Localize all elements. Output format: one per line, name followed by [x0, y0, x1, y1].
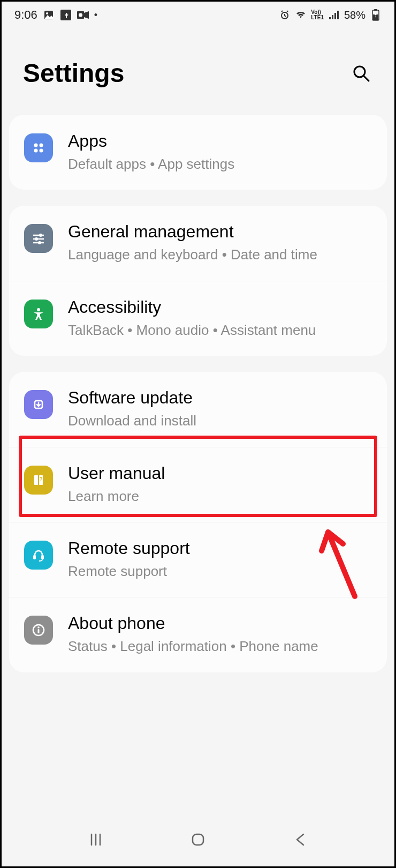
settings-item-general-management[interactable]: General management Language and keyboard…: [9, 206, 387, 281]
back-button[interactable]: [284, 829, 316, 850]
svg-point-4: [79, 13, 82, 17]
svg-rect-9: [337, 11, 339, 19]
svg-point-1: [46, 12, 48, 14]
home-button[interactable]: [182, 829, 214, 850]
settings-content: Apps Default apps • App settings General…: [2, 115, 394, 816]
svg-point-24: [38, 241, 41, 244]
wifi-icon: [295, 9, 307, 21]
item-subtitle: TalkBack • Mono audio • Assistant menu: [68, 320, 372, 340]
settings-section: Apps Default apps • App settings: [9, 115, 387, 190]
svg-rect-30: [33, 555, 36, 559]
svg-text:?: ?: [39, 476, 42, 482]
item-subtitle: Learn more: [68, 487, 372, 506]
battery-icon: [370, 9, 382, 21]
svg-rect-11: [374, 9, 377, 11]
settings-item-remote-support[interactable]: Remote support Remote support: [9, 522, 387, 597]
settings-section: Software update Download and install ? U…: [9, 372, 387, 672]
search-icon: [352, 64, 371, 83]
alarm-icon: [279, 9, 291, 21]
item-title: Remote support: [68, 538, 372, 558]
item-title: About phone: [68, 613, 372, 633]
signal-icon: [328, 9, 340, 21]
item-title: Apps: [68, 131, 372, 151]
download-icon: [24, 390, 53, 419]
svg-rect-8: [334, 13, 336, 19]
settings-item-about-phone[interactable]: About phone Status • Legal information •…: [9, 597, 387, 672]
status-time: 9:06: [14, 8, 37, 22]
sliders-icon: [24, 224, 53, 253]
svg-point-20: [39, 234, 42, 237]
settings-section: General management Language and keyboard…: [9, 206, 387, 356]
book-icon: ?: [24, 466, 53, 495]
item-title: Accessibility: [68, 297, 372, 317]
item-subtitle: Language and keyboard • Date and time: [68, 245, 372, 264]
facebook-icon: [60, 9, 72, 21]
settings-item-accessibility[interactable]: Accessibility TalkBack • Mono audio • As…: [9, 281, 387, 356]
svg-point-18: [40, 149, 43, 153]
svg-rect-34: [38, 629, 40, 633]
item-title: General management: [68, 222, 372, 242]
item-title: Software update: [68, 388, 372, 408]
svg-point-22: [35, 237, 38, 241]
item-title: User manual: [68, 463, 372, 483]
battery-percent: 58%: [344, 9, 365, 21]
headset-icon: [24, 541, 53, 570]
recents-button[interactable]: [80, 829, 112, 850]
page-title: Settings: [23, 58, 124, 88]
svg-point-33: [37, 627, 40, 629]
navigation-bar: [2, 816, 394, 866]
svg-rect-38: [193, 834, 203, 845]
apps-icon: [24, 133, 53, 162]
back-icon: [292, 831, 309, 848]
svg-rect-31: [41, 555, 44, 559]
status-bar: 9:06 • Vo))LTE1 58%: [2, 2, 394, 26]
settings-item-apps[interactable]: Apps Default apps • App settings: [9, 115, 387, 190]
settings-header: Settings: [2, 26, 394, 115]
gallery-icon: [43, 9, 55, 21]
settings-item-software-update[interactable]: Software update Download and install: [9, 372, 387, 447]
search-button[interactable]: [349, 62, 373, 85]
volte-indicator: Vo))LTE1: [311, 10, 324, 20]
item-subtitle: Status • Legal information • Phone name: [68, 637, 372, 656]
info-icon: [24, 616, 53, 645]
item-subtitle: Remote support: [68, 562, 372, 581]
recents-icon: [87, 831, 104, 848]
settings-item-user-manual[interactable]: ? User manual Learn more: [9, 447, 387, 522]
svg-line-14: [364, 76, 369, 81]
item-subtitle: Download and install: [68, 411, 372, 430]
outlook-icon: [77, 9, 89, 21]
svg-rect-6: [329, 17, 331, 19]
svg-point-25: [37, 308, 40, 311]
item-subtitle: Default apps • App settings: [68, 154, 372, 174]
person-icon: [24, 300, 53, 328]
svg-point-16: [40, 144, 43, 147]
home-icon: [189, 831, 207, 848]
more-notifications-dot: •: [94, 10, 97, 21]
svg-rect-7: [332, 15, 333, 19]
svg-point-15: [34, 144, 38, 147]
svg-rect-27: [34, 475, 38, 485]
svg-point-17: [34, 149, 38, 153]
